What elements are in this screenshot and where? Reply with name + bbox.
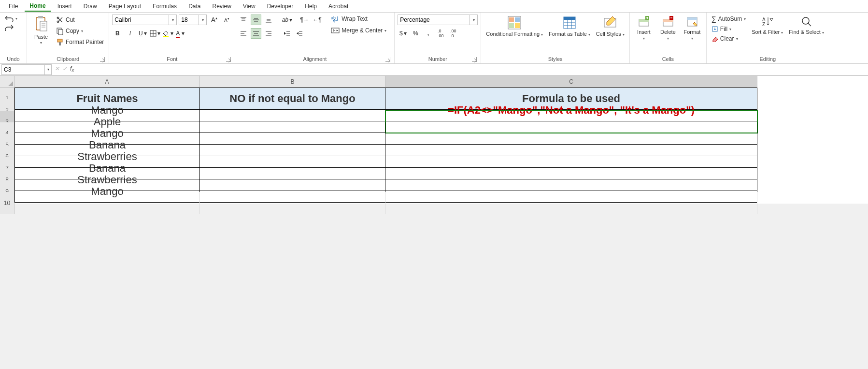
insert-cells-button[interactable]: Insert▾ (633, 15, 655, 42)
format-painter-button[interactable]: Format Painter (54, 38, 106, 46)
name-box-dropdown[interactable]: ▾ (45, 64, 52, 75)
percent-button[interactable]: % (410, 28, 421, 39)
svg-rect-10 (57, 39, 62, 42)
cell-C10[interactable] (385, 192, 757, 214)
find-select-button[interactable]: Find & Select ▾ (787, 15, 825, 36)
font-color-icon: A (176, 30, 180, 37)
autosum-button[interactable]: ∑AutoSum▾ (710, 15, 748, 23)
group-label-styles: Styles (484, 55, 626, 63)
wrap-text-button[interactable]: ab Wrap Text (329, 15, 388, 23)
tab-acrobat[interactable]: Acrobat (324, 1, 353, 11)
bold-button[interactable]: B (112, 28, 123, 39)
orientation-button[interactable]: ab▾ (282, 15, 292, 25)
number-format-input[interactable] (398, 15, 470, 25)
ltr-button[interactable]: ¶→ (299, 15, 310, 25)
number-launcher[interactable] (472, 57, 477, 62)
tab-insert[interactable]: Insert (53, 1, 77, 11)
tab-help[interactable]: Help (300, 1, 322, 11)
select-all-corner[interactable] (0, 76, 14, 88)
tab-file[interactable]: File (4, 1, 23, 11)
align-middle-button[interactable] (251, 15, 261, 25)
svg-line-69 (808, 23, 811, 26)
align-right-icon (265, 30, 272, 37)
ltr-icon: ¶→ (300, 16, 309, 23)
merge-center-button[interactable]: Merge & Center ▾ (329, 26, 388, 35)
increase-font-button[interactable]: A▴ (209, 15, 219, 25)
font-color-button[interactable]: A▾ (175, 28, 185, 39)
paste-button[interactable]: Paste ▾ (30, 15, 52, 46)
group-label-font: Font (112, 55, 232, 63)
col-header-A[interactable]: A (14, 76, 200, 88)
copy-label: Copy (66, 28, 79, 34)
alignment-launcher[interactable] (385, 57, 390, 62)
decrease-font-icon: A▾ (224, 17, 229, 23)
cell-styles-button[interactable]: Cell Styles ▾ (594, 15, 626, 38)
undo-button[interactable]: ▾ (3, 15, 19, 22)
name-box[interactable] (1, 64, 45, 75)
enter-formula-button[interactable]: ✓ (61, 65, 68, 73)
align-top-button[interactable] (238, 15, 249, 25)
tab-data[interactable]: Data (184, 1, 205, 11)
redo-button[interactable] (3, 24, 19, 31)
clear-button[interactable]: Clear▾ (710, 35, 748, 43)
conditional-formatting-button[interactable]: Conditional Formatting ▾ (484, 15, 545, 38)
copy-button[interactable]: Copy ▾ (54, 27, 106, 35)
font-launcher[interactable] (226, 57, 231, 62)
format-cells-button[interactable]: Format▾ (681, 15, 703, 42)
tab-developer[interactable]: Developer (262, 1, 299, 11)
fill-button[interactable]: Fill▾ (710, 25, 748, 33)
col-header-B[interactable]: B (200, 76, 385, 88)
bucket-icon (162, 30, 170, 37)
increase-decimal-button[interactable]: .0.00 (435, 28, 446, 39)
tab-home[interactable]: Home (25, 1, 50, 12)
number-format-dropdown[interactable]: ▾ (470, 15, 478, 25)
fx-button[interactable]: fx (69, 65, 75, 73)
font-name-input[interactable] (112, 15, 169, 25)
align-right-button[interactable] (263, 28, 274, 39)
sort-filter-button[interactable]: AZ Sort & Filter ▾ (750, 15, 785, 36)
tab-page-layout[interactable]: Page Layout (104, 1, 146, 11)
fill-color-button[interactable]: ▾ (162, 28, 173, 39)
formula-input[interactable] (77, 64, 868, 75)
increase-indent-button[interactable] (294, 28, 305, 39)
tab-review[interactable]: Review (207, 1, 236, 11)
merge-label: Merge & Center (342, 27, 383, 34)
tab-formulas[interactable]: Formulas (148, 1, 182, 11)
font-size-dropdown[interactable]: ▾ (199, 15, 207, 25)
italic-button[interactable]: I (125, 28, 135, 39)
row-header-10[interactable]: 10 (0, 192, 14, 214)
rtl-button[interactable]: ←¶ (312, 15, 322, 25)
tab-draw[interactable]: Draw (79, 1, 102, 11)
cell-B10[interactable] (200, 192, 385, 214)
borders-icon (150, 30, 157, 37)
font-size-input[interactable] (179, 15, 199, 25)
comma-button[interactable]: , (423, 28, 433, 39)
decrease-font-button[interactable]: A▾ (221, 15, 232, 25)
eraser-icon (711, 35, 718, 42)
comma-icon: , (427, 30, 429, 37)
format-as-table-button[interactable]: Format as Table ▾ (547, 15, 592, 38)
align-center-button[interactable] (251, 28, 261, 39)
font-name-dropdown[interactable]: ▾ (169, 15, 177, 25)
tab-view[interactable]: View (238, 1, 260, 11)
svg-rect-45 (509, 23, 514, 28)
decrease-indent-button[interactable] (282, 28, 292, 39)
cut-button[interactable]: Cut (54, 15, 106, 24)
align-bottom-button[interactable] (263, 15, 274, 25)
group-label-clipboard: Clipboard (30, 55, 106, 63)
col-header-C[interactable]: C (385, 76, 757, 88)
rtl-icon: ←¶ (313, 16, 321, 23)
wrap-text-label: Wrap Text (342, 15, 368, 22)
delete-cells-button[interactable]: Delete▾ (657, 15, 679, 42)
decrease-decimal-button[interactable]: .00.0 (448, 28, 458, 39)
underline-button[interactable]: U▾ (137, 28, 148, 39)
accounting-button[interactable]: $▾ (398, 28, 408, 39)
align-left-button[interactable] (238, 28, 249, 39)
cancel-formula-button[interactable]: ✕ (54, 65, 60, 73)
clipboard-launcher[interactable] (100, 57, 105, 62)
borders-button[interactable]: ▾ (150, 28, 160, 39)
align-top-icon (240, 16, 247, 23)
svg-point-68 (802, 17, 809, 24)
cell-A10[interactable] (14, 192, 200, 214)
svg-rect-11 (59, 42, 61, 45)
